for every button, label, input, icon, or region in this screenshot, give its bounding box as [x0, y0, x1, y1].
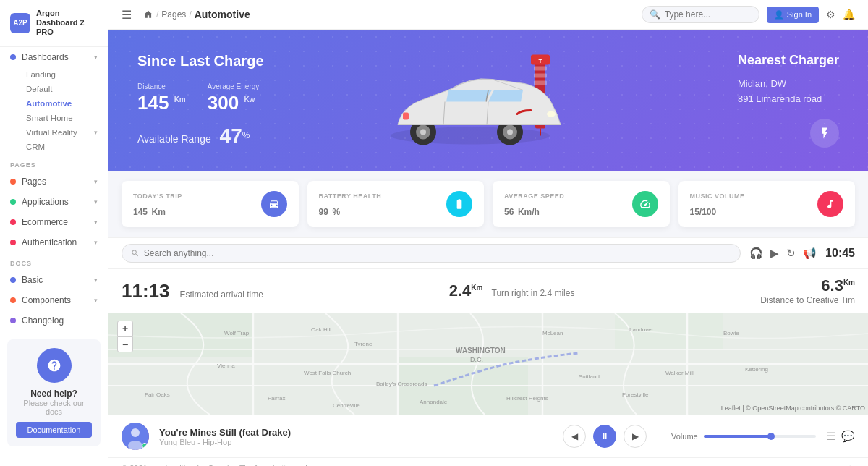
volume-icon — [817, 191, 843, 217]
sidebar-label-components: Components — [22, 295, 71, 305]
sidebar-dot-pages — [10, 179, 16, 185]
home-icon — [143, 9, 153, 20]
navigation-bar: 🎧 ▶ ↻ 📢 10:45 — [109, 237, 868, 269]
app-logo-icon: A2P — [10, 13, 30, 33]
svg-text:Walker Mill: Walker Mill — [665, 370, 694, 376]
page-content: Since Last Charge Distance 145 Km Averag… — [109, 30, 868, 466]
chevron-comp-icon: ▾ — [94, 297, 98, 304]
svg-text:Forestville: Forestville — [622, 391, 649, 398]
sidebar-sub-default[interactable]: Default — [0, 82, 108, 96]
headphones-icon[interactable]: 🎧 — [749, 247, 763, 260]
sidebar-sub-crm[interactable]: CRM — [0, 140, 108, 154]
sidebar-label-pages: Pages — [22, 177, 46, 187]
sidebar-dot-dashboards — [10, 54, 16, 60]
nav-search-input[interactable] — [144, 248, 731, 258]
app-name: Argon Dashboard 2 PRO — [36, 9, 98, 38]
sidebar-item-applications[interactable]: Applications ▾ — [0, 192, 108, 212]
sidebar-item-basic[interactable]: Basic ▾ — [0, 270, 108, 290]
charger-icon[interactable] — [810, 119, 839, 148]
playlist-icon[interactable]: ☰ — [826, 430, 835, 443]
sidebar-dot-components — [10, 297, 16, 303]
energy-label: Average Energy — [208, 82, 260, 90]
speed-unit: Km/h — [518, 207, 540, 217]
sidebar-section-docs: DOCS — [0, 253, 108, 270]
volume-bar[interactable] — [704, 435, 816, 438]
music-player: You're Mines Still (feat Drake) Yung Ble… — [109, 415, 868, 457]
map-credit: Leaflet | © OpenStreetMap contributors ©… — [721, 404, 865, 412]
turn-info: 2.4Km Turn right in 2.4 miles — [263, 281, 760, 300]
svg-rect-5 — [534, 80, 547, 85]
sidebar-dot-apps — [10, 199, 16, 205]
sidebar-dot-basic — [10, 277, 16, 283]
sign-in-label: Sign In — [787, 10, 812, 19]
hero-left: Since Last Charge Distance 145 Km Averag… — [137, 53, 264, 148]
trip-icon — [261, 191, 287, 217]
sidebar-item-dashboards[interactable]: Dashboards ▾ — [0, 47, 108, 67]
page-header: ☰ / Pages / Automotive 🔍 👤 Sign In ⚙ 🔔 — [109, 0, 868, 30]
sidebar-logo: A2P Argon Dashboard 2 PRO — [0, 0, 108, 47]
pause-button[interactable]: ⏸ — [593, 425, 616, 448]
notifications-icon[interactable]: 🔔 — [843, 9, 855, 20]
chat-icon[interactable]: 💬 — [841, 430, 855, 443]
turn-km-value: 2.4 — [449, 281, 472, 300]
chevron-apps-icon: ▾ — [94, 198, 98, 206]
svg-point-15 — [547, 111, 556, 116]
svg-text:Tyrone: Tyrone — [354, 341, 373, 347]
hero-energy-stat: Average Energy 300 Kw — [208, 82, 260, 114]
distance-value: 145 — [137, 92, 169, 114]
sidebar-sub-automotive[interactable]: Automotive — [0, 96, 108, 111]
zoom-in-button[interactable]: + — [117, 321, 133, 336]
nav-search-icon — [131, 249, 140, 258]
sidebar-item-auth[interactable]: Authentication ▾ — [0, 232, 108, 253]
sidebar-item-components[interactable]: Components ▾ — [0, 290, 108, 310]
arrival-time: 11:13 — [122, 280, 170, 302]
volume-label: Volume — [671, 432, 698, 441]
next-button[interactable]: ▶ — [624, 425, 647, 448]
main-content: ☰ / Pages / Automotive 🔍 👤 Sign In ⚙ 🔔 — [109, 0, 868, 466]
volume-handle[interactable] — [767, 433, 775, 440]
map-background: WASHINGTON D.C. Wolf Trap Oak Hill Tyron… — [109, 313, 868, 415]
available-range-label: Available Range — [137, 133, 211, 145]
map-container[interactable]: WASHINGTON D.C. Wolf Trap Oak Hill Tyron… — [109, 313, 868, 415]
sidebar-label-ecommerce: Ecommerce — [22, 217, 68, 227]
svg-point-49 — [131, 428, 140, 437]
current-time: 10:45 — [825, 247, 855, 260]
sidebar-item-pages[interactable]: Pages ▾ — [0, 171, 108, 192]
play-nav-icon[interactable]: ▶ — [770, 247, 779, 260]
sidebar: A2P Argon Dashboard 2 PRO Dashboards ▾ L… — [0, 0, 109, 466]
settings-icon[interactable]: ⚙ — [826, 9, 835, 20]
sign-in-button[interactable]: 👤 Sign In — [767, 7, 819, 23]
speed-label: AVERAGE SPEED — [504, 192, 564, 200]
previous-button[interactable]: ◀ — [563, 425, 586, 448]
arrival-bar: 11:13 Estimated arrival time 2.4Km Turn … — [109, 269, 868, 313]
svg-text:D.C.: D.C. — [470, 356, 483, 363]
sidebar-item-changelog[interactable]: Changelog — [0, 310, 108, 331]
svg-text:McLean: McLean — [542, 330, 563, 336]
refresh-icon[interactable]: ↻ — [786, 247, 796, 260]
nearest-charger-title: Nearest Charger — [738, 53, 839, 68]
sidebar-label-applications: Applications — [22, 197, 69, 207]
sidebar-sub-smart-home[interactable]: Smart Home — [0, 111, 108, 125]
music-info: You're Mines Still (feat Drake) Yung Ble… — [159, 427, 553, 446]
distance-info: 6.3Km Distance to Creative Tim — [760, 276, 855, 305]
sidebar-label-basic: Basic — [22, 275, 43, 285]
distance-label: Distance — [137, 82, 186, 90]
trip-unit: Km — [152, 207, 166, 217]
search-box[interactable]: 🔍 — [642, 6, 760, 23]
volume-nav-icon[interactable]: 📢 — [803, 247, 817, 260]
svg-text:Suitland: Suitland — [579, 373, 600, 380]
sidebar-sub-virtual-reality[interactable]: Virtual Reality ▾ — [0, 125, 108, 140]
sidebar-label-dashboards: Dashboards — [22, 52, 69, 62]
nav-search-box[interactable] — [122, 244, 741, 263]
music-controls: ◀ ⏸ ▶ — [563, 425, 647, 448]
range-unit: % — [242, 130, 250, 140]
hamburger-icon[interactable]: ☰ — [122, 8, 132, 22]
sidebar-sub-landing[interactable]: Landing — [0, 67, 108, 82]
documentation-button[interactable]: Documentation — [16, 422, 92, 438]
zoom-out-button[interactable]: − — [117, 336, 133, 352]
sidebar-dot-ecommerce — [10, 219, 16, 225]
car-illustration: T — [365, 41, 611, 159]
map-zoom-controls: + − — [117, 321, 133, 352]
search-input[interactable] — [665, 9, 752, 20]
sidebar-item-ecommerce[interactable]: Ecommerce ▾ — [0, 212, 108, 232]
